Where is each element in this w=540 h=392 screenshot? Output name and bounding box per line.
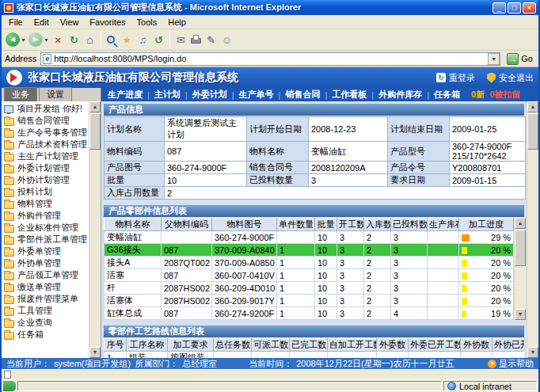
menu-view[interactable]: View [55,16,85,29]
scroll-up-icon[interactable]: ▲ [515,218,526,229]
table-row[interactable]: 杆2087HS002360-209-4D010110323 20 % [105,282,514,295]
nav-item-0[interactable]: 生产进度 [108,89,143,101]
cell [428,269,459,282]
history-icon[interactable]: ↺ [152,34,165,46]
stop-icon[interactable]: × [51,34,65,46]
sidebar-item-label: 外委计划管理 [17,162,70,174]
field-value: 2008120209A [309,162,388,174]
minimize-button[interactable]: _ [492,2,506,13]
sidebar-item[interactable]: 外委计划管理 [4,162,89,174]
nav-separator: | [427,90,429,100]
nav-item-6[interactable]: 外购件库存 [378,89,422,101]
edit-icon[interactable]: ✎ [204,34,218,46]
sidebar-greeting: 项目开发组 你好! [17,103,82,115]
sidebar-item[interactable]: 报废件管理菜单 [4,293,89,305]
table-row[interactable]: 活塞087360-007-0410V110323 20 % [105,269,514,282]
sidebar-item[interactable]: 产品技术资料管理 [4,139,89,150]
nav-item-3[interactable]: 生产单号 [239,89,274,101]
table-row[interactable]: 活塞体2087HS002360-209-9017Y110323 20 % [105,295,514,307]
cell [428,257,459,269]
sidebar-item[interactable]: 销售合同管理 [4,115,89,127]
sidebar-scrollbar[interactable]: ▲ ▼ [89,101,101,358]
parts-table-scrollbar[interactable]: ▲ ▼ [514,218,526,320]
table-row[interactable]: 变幅油缸360-274-9000F10323 29 % [105,231,514,244]
scrollbar-thumb[interactable] [527,113,538,150]
forward-icon[interactable]: ▶ [29,32,43,47]
logout-button[interactable]: 安全退出 [487,72,534,84]
cell [428,244,459,257]
sidebar-item[interactable]: 企业标准件管理 [4,222,89,234]
cell: 2 [364,257,391,269]
scroll-up-icon[interactable]: ▲ [89,101,101,112]
sidebar-item[interactable]: 工具管理 [4,305,89,317]
nav-item-4[interactable]: 销售合同 [285,89,320,101]
go-label: Go [521,54,533,63]
nav-item-1[interactable]: 主计划 [154,89,181,101]
go-button[interactable]: → Go [504,53,535,65]
table-row[interactable]: 接头A2087QT002370-009-A0850110323 20 % [105,257,514,269]
address-dropdown-icon[interactable]: ▼ [488,53,500,65]
sidebar-item[interactable]: 任务箱 [4,329,89,341]
scroll-down-icon[interactable]: ▼ [89,347,101,358]
maximize-button[interactable]: □ [508,2,521,13]
close-button[interactable]: × [523,2,536,13]
sidebar-item[interactable]: 零部件派工单管理 [4,234,89,245]
progress-value: 20 % [489,258,511,268]
table-row[interactable]: G36接头087370-009-A0840110323 20 % [105,244,514,257]
tab-settings[interactable]: 设置 [39,87,72,101]
nav-item-5[interactable]: 工作看板 [332,89,367,101]
menu-file[interactable]: File [3,16,29,29]
sidebar-item[interactable]: 投料计划 [4,186,89,198]
menu-favorites[interactable]: Favorites [84,16,131,29]
table-row[interactable]: 缸体总成087360-274-9200F110324 19 % [105,307,514,320]
current-user-label: 当前用户： [6,358,50,369]
table-row[interactable]: 1组装按图组装 [105,352,525,359]
menu-tools[interactable]: Tools [131,16,163,29]
start-button-fragment[interactable] [3,381,16,391]
sidebar-item[interactable]: 企业查询 [4,317,89,329]
media-icon[interactable]: ♫ [136,34,150,46]
cell: 370-009-A0850 [212,257,277,269]
folder-icon [4,284,14,292]
sidebar-item[interactable]: 外协计划管理 [4,174,89,186]
messenger-icon[interactable]: ☺ [220,34,234,46]
refresh-icon[interactable]: ↻ [67,34,81,46]
scroll-down-icon[interactable]: ▼ [515,309,526,320]
user-group-icon [4,105,13,113]
nav-item-7[interactable]: 任务箱 [434,89,460,101]
sidebar-item[interactable]: 产品领工单管理 [4,269,89,281]
favorites-icon[interactable]: ★ [120,34,134,46]
menu-edit[interactable]: Edit [29,16,55,29]
route-table-wrap: 序号工序名称加工要求总任务数可派工数已完工数自加工开工数外委数外委已开工数外协数… [104,338,524,358]
show-help-link[interactable]: ? 显示帮助 [488,358,534,369]
back-icon[interactable]: ◀ [6,32,20,47]
menu-bar: FileEditViewFavoritesToolsHelp [2,15,538,29]
scroll-up-icon[interactable]: ▲ [527,101,538,112]
scroll-down-icon[interactable]: ▼ [527,347,538,358]
tree-root[interactable]: 项目开发组 你好! [4,103,89,115]
sidebar-item[interactable]: 生产令号事务管理 [4,127,89,139]
sidebar-item[interactable]: 外协单管理 [4,257,89,269]
menu-help[interactable]: Help [162,16,192,29]
field-label: 产品图号 [105,162,165,174]
scrollbar-thumb[interactable] [515,230,526,266]
address-input[interactable]: e http://localhost:8080/MPS/login.do ▼ [40,52,500,66]
relogin-button[interactable]: ↻ 重登录 [436,72,475,84]
sidebar-item[interactable]: 外委单管理 [4,245,89,257]
mail-icon[interactable]: ✉ [174,34,188,46]
search-icon[interactable] [107,36,115,44]
print-icon[interactable] [190,35,202,44]
sidebar-item[interactable]: 缴送单管理 [4,281,89,293]
forward-dropdown-icon[interactable]: ▼ [44,37,49,43]
sidebar-item[interactable]: 物料管理 [4,198,89,210]
sidebar-item[interactable]: 外购件管理 [4,210,89,222]
tab-business[interactable]: 业务 [4,87,37,101]
nav-item-2[interactable]: 外委计划 [192,89,227,101]
scrollbar-thumb[interactable] [89,113,101,150]
sidebar-item[interactable]: 主生产计划管理 [4,150,89,162]
home-icon[interactable]: ⌂ [83,33,97,46]
progress-value: 19 % [489,309,511,318]
back-dropdown-icon[interactable]: ▼ [21,37,26,43]
title-bar[interactable]: 张家口长城液压油缸有限公司管理信息系统 - Microsoft Internet… [2,0,538,15]
page-scrollbar[interactable]: ▲ ▼ [527,101,538,358]
